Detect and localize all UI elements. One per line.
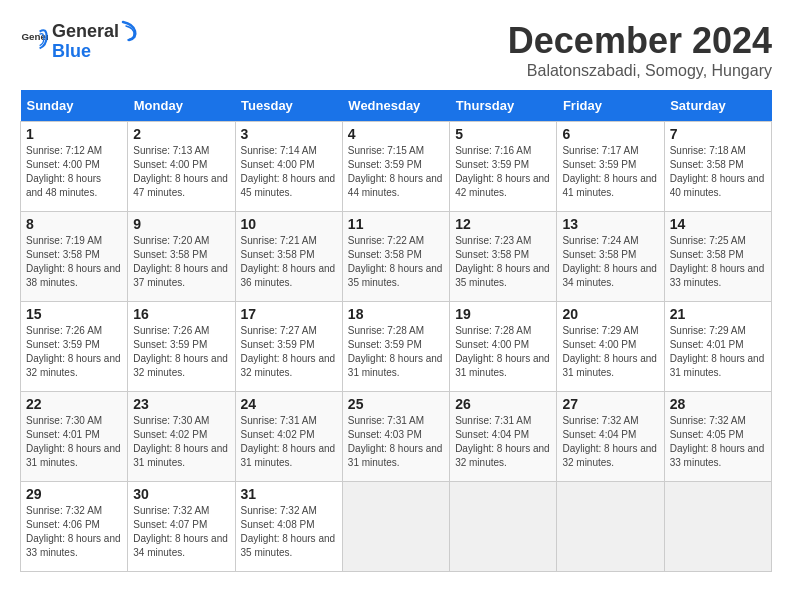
calendar-cell: 15Sunrise: 7:26 AM Sunset: 3:59 PM Dayli… (21, 302, 128, 392)
day-info: Sunrise: 7:28 AM Sunset: 3:59 PM Dayligh… (348, 324, 444, 380)
day-number: 18 (348, 306, 444, 322)
day-number: 24 (241, 396, 337, 412)
day-info: Sunrise: 7:13 AM Sunset: 4:00 PM Dayligh… (133, 144, 229, 200)
day-number: 26 (455, 396, 551, 412)
col-thursday: Thursday (450, 90, 557, 122)
calendar-week-row: 1Sunrise: 7:12 AM Sunset: 4:00 PM Daylig… (21, 122, 772, 212)
day-info: Sunrise: 7:12 AM Sunset: 4:00 PM Dayligh… (26, 144, 122, 200)
day-info: Sunrise: 7:14 AM Sunset: 4:00 PM Dayligh… (241, 144, 337, 200)
calendar-cell (342, 482, 449, 572)
day-number: 27 (562, 396, 658, 412)
calendar-cell (557, 482, 664, 572)
day-number: 22 (26, 396, 122, 412)
calendar-cell (664, 482, 771, 572)
day-info: Sunrise: 7:26 AM Sunset: 3:59 PM Dayligh… (133, 324, 229, 380)
header-row: Sunday Monday Tuesday Wednesday Thursday… (21, 90, 772, 122)
day-number: 6 (562, 126, 658, 142)
day-info: Sunrise: 7:29 AM Sunset: 4:00 PM Dayligh… (562, 324, 658, 380)
calendar-cell: 28Sunrise: 7:32 AM Sunset: 4:05 PM Dayli… (664, 392, 771, 482)
day-info: Sunrise: 7:16 AM Sunset: 3:59 PM Dayligh… (455, 144, 551, 200)
col-sunday: Sunday (21, 90, 128, 122)
day-number: 28 (670, 396, 766, 412)
day-number: 10 (241, 216, 337, 232)
calendar-cell: 30Sunrise: 7:32 AM Sunset: 4:07 PM Dayli… (128, 482, 235, 572)
calendar-cell: 31Sunrise: 7:32 AM Sunset: 4:08 PM Dayli… (235, 482, 342, 572)
day-number: 12 (455, 216, 551, 232)
day-number: 25 (348, 396, 444, 412)
calendar-cell: 26Sunrise: 7:31 AM Sunset: 4:04 PM Dayli… (450, 392, 557, 482)
day-number: 21 (670, 306, 766, 322)
day-info: Sunrise: 7:24 AM Sunset: 3:58 PM Dayligh… (562, 234, 658, 290)
day-info: Sunrise: 7:32 AM Sunset: 4:07 PM Dayligh… (133, 504, 229, 560)
col-saturday: Saturday (664, 90, 771, 122)
calendar-cell: 24Sunrise: 7:31 AM Sunset: 4:02 PM Dayli… (235, 392, 342, 482)
calendar-cell: 21Sunrise: 7:29 AM Sunset: 4:01 PM Dayli… (664, 302, 771, 392)
day-number: 31 (241, 486, 337, 502)
day-info: Sunrise: 7:31 AM Sunset: 4:04 PM Dayligh… (455, 414, 551, 470)
day-info: Sunrise: 7:32 AM Sunset: 4:06 PM Dayligh… (26, 504, 122, 560)
calendar-cell: 27Sunrise: 7:32 AM Sunset: 4:04 PM Dayli… (557, 392, 664, 482)
day-number: 2 (133, 126, 229, 142)
day-info: Sunrise: 7:28 AM Sunset: 4:00 PM Dayligh… (455, 324, 551, 380)
calendar-cell: 18Sunrise: 7:28 AM Sunset: 3:59 PM Dayli… (342, 302, 449, 392)
logo-swoosh (121, 20, 139, 42)
day-info: Sunrise: 7:27 AM Sunset: 3:59 PM Dayligh… (241, 324, 337, 380)
calendar-cell: 5Sunrise: 7:16 AM Sunset: 3:59 PM Daylig… (450, 122, 557, 212)
calendar-cell: 4Sunrise: 7:15 AM Sunset: 3:59 PM Daylig… (342, 122, 449, 212)
day-number: 20 (562, 306, 658, 322)
day-number: 19 (455, 306, 551, 322)
calendar-cell: 14Sunrise: 7:25 AM Sunset: 3:58 PM Dayli… (664, 212, 771, 302)
calendar-cell: 22Sunrise: 7:30 AM Sunset: 4:01 PM Dayli… (21, 392, 128, 482)
logo-icon: General (20, 26, 48, 54)
day-number: 30 (133, 486, 229, 502)
day-number: 23 (133, 396, 229, 412)
calendar-cell: 16Sunrise: 7:26 AM Sunset: 3:59 PM Dayli… (128, 302, 235, 392)
col-friday: Friday (557, 90, 664, 122)
title-section: December 2024 Balatonszabadi, Somogy, Hu… (508, 20, 772, 80)
day-info: Sunrise: 7:23 AM Sunset: 3:58 PM Dayligh… (455, 234, 551, 290)
day-info: Sunrise: 7:30 AM Sunset: 4:02 PM Dayligh… (133, 414, 229, 470)
day-number: 3 (241, 126, 337, 142)
day-info: Sunrise: 7:32 AM Sunset: 4:08 PM Dayligh… (241, 504, 337, 560)
day-info: Sunrise: 7:31 AM Sunset: 4:02 PM Dayligh… (241, 414, 337, 470)
day-info: Sunrise: 7:18 AM Sunset: 3:58 PM Dayligh… (670, 144, 766, 200)
day-number: 14 (670, 216, 766, 232)
day-number: 11 (348, 216, 444, 232)
day-number: 13 (562, 216, 658, 232)
calendar-cell: 3Sunrise: 7:14 AM Sunset: 4:00 PM Daylig… (235, 122, 342, 212)
col-monday: Monday (128, 90, 235, 122)
day-info: Sunrise: 7:32 AM Sunset: 4:04 PM Dayligh… (562, 414, 658, 470)
day-number: 7 (670, 126, 766, 142)
day-info: Sunrise: 7:26 AM Sunset: 3:59 PM Dayligh… (26, 324, 122, 380)
day-info: Sunrise: 7:19 AM Sunset: 3:58 PM Dayligh… (26, 234, 122, 290)
calendar-week-row: 8Sunrise: 7:19 AM Sunset: 3:58 PM Daylig… (21, 212, 772, 302)
day-number: 5 (455, 126, 551, 142)
calendar-cell: 17Sunrise: 7:27 AM Sunset: 3:59 PM Dayli… (235, 302, 342, 392)
day-number: 16 (133, 306, 229, 322)
location-title: Balatonszabadi, Somogy, Hungary (508, 62, 772, 80)
calendar-cell: 13Sunrise: 7:24 AM Sunset: 3:58 PM Dayli… (557, 212, 664, 302)
calendar-cell: 29Sunrise: 7:32 AM Sunset: 4:06 PM Dayli… (21, 482, 128, 572)
calendar-week-row: 15Sunrise: 7:26 AM Sunset: 3:59 PM Dayli… (21, 302, 772, 392)
day-info: Sunrise: 7:25 AM Sunset: 3:58 PM Dayligh… (670, 234, 766, 290)
calendar-cell: 7Sunrise: 7:18 AM Sunset: 3:58 PM Daylig… (664, 122, 771, 212)
day-number: 8 (26, 216, 122, 232)
col-wednesday: Wednesday (342, 90, 449, 122)
day-number: 4 (348, 126, 444, 142)
calendar-cell: 2Sunrise: 7:13 AM Sunset: 4:00 PM Daylig… (128, 122, 235, 212)
day-number: 29 (26, 486, 122, 502)
day-number: 15 (26, 306, 122, 322)
calendar-cell: 25Sunrise: 7:31 AM Sunset: 4:03 PM Dayli… (342, 392, 449, 482)
day-info: Sunrise: 7:29 AM Sunset: 4:01 PM Dayligh… (670, 324, 766, 380)
col-tuesday: Tuesday (235, 90, 342, 122)
calendar-cell: 8Sunrise: 7:19 AM Sunset: 3:58 PM Daylig… (21, 212, 128, 302)
day-info: Sunrise: 7:17 AM Sunset: 3:59 PM Dayligh… (562, 144, 658, 200)
day-number: 9 (133, 216, 229, 232)
calendar-cell: 9Sunrise: 7:20 AM Sunset: 3:58 PM Daylig… (128, 212, 235, 302)
calendar-table: Sunday Monday Tuesday Wednesday Thursday… (20, 90, 772, 572)
calendar-cell: 6Sunrise: 7:17 AM Sunset: 3:59 PM Daylig… (557, 122, 664, 212)
logo-blue-text: Blue (52, 42, 139, 60)
logo-general-text: General (52, 22, 119, 40)
calendar-cell: 19Sunrise: 7:28 AM Sunset: 4:00 PM Dayli… (450, 302, 557, 392)
calendar-week-row: 22Sunrise: 7:30 AM Sunset: 4:01 PM Dayli… (21, 392, 772, 482)
